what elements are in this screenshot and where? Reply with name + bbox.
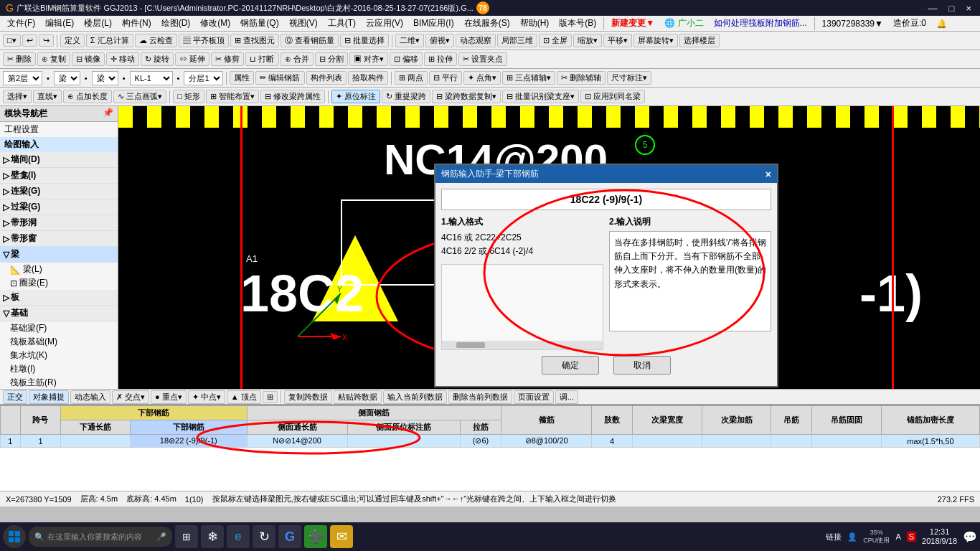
sidebar-pin[interactable]: 📌 (103, 108, 113, 120)
level-select[interactable]: 第2层 (3, 71, 42, 85)
btn-more-snap[interactable]: 调... (555, 390, 578, 404)
sidebar-cat-strip-hole[interactable]: ▷ 带形洞 (0, 215, 118, 231)
btn-intersection[interactable]: ✗ 交点▾ (112, 390, 149, 404)
dialog-ok-button[interactable]: 确定 (542, 356, 599, 375)
taskbar-task-view[interactable]: ⊞ (175, 525, 198, 548)
btn-move[interactable]: ✛ 移动 (106, 52, 139, 66)
menu-component[interactable]: 构件(N) (118, 16, 156, 31)
sidebar-item-sump[interactable]: 集水坑(K) (0, 349, 118, 362)
sidebar-item-raft[interactable]: 筏板基础(M) (0, 335, 118, 349)
menu-version[interactable]: 版本号(B) (555, 16, 600, 31)
btn-trim[interactable]: ✂ 修剪 (211, 52, 244, 66)
btn-rotate[interactable]: ↻ 旋转 (141, 52, 174, 66)
taskbar-icon-ie[interactable]: e (227, 525, 250, 548)
btn-vertex[interactable]: ▲ 顶点 (227, 390, 261, 404)
btn-local-3d[interactable]: 局部三维 (497, 34, 537, 47)
dialog-input-display[interactable]: 18C22 (-9)/9(-1) (441, 189, 771, 210)
taskbar-icon-mail[interactable]: ✉ (330, 525, 353, 548)
taskbar-person-icon[interactable]: 👤 (847, 532, 857, 542)
btn-pick-comp[interactable]: 拾取构件 (348, 71, 388, 85)
menu-draw[interactable]: 绘图(D) (157, 16, 195, 31)
taskbar-clock[interactable]: 12:31 2018/9/18 (922, 527, 957, 546)
btn-split[interactable]: ⊟ 分割 (315, 52, 348, 66)
btn-select-floor[interactable]: 选择楼层 (679, 34, 720, 47)
menu-price[interactable]: 造价豆:0 (889, 16, 930, 31)
btn-dynamic-view[interactable]: 动态观察 (456, 34, 496, 47)
taskbar-search[interactable]: 🔍 在这里输入你要搜索的内容 🎤 (29, 527, 172, 547)
sidebar-cat-connecting-beam[interactable]: ▷ 连梁(G) (0, 184, 118, 199)
sidebar-item-foundation-beam[interactable]: 基础梁(F) (0, 321, 118, 335)
sidebar-cat-over-beam[interactable]: ▷ 过梁(G) (0, 199, 118, 215)
btn-input-col-data[interactable]: 输入当前列数据 (383, 390, 447, 404)
table-row[interactable]: 1 1 18⊘22 (-9)/9(-1) N⊘⊘14@200 (⊘6) ⊘8@1… (1, 435, 980, 448)
comp-type-select[interactable]: 梁 (54, 71, 80, 85)
btn-del-col-data[interactable]: 删除当前列数据 (448, 390, 512, 404)
btn-paste-span-data[interactable]: 粘贴跨数据 (334, 390, 382, 404)
btn-pan[interactable]: 平移▾ (603, 34, 632, 47)
btn-copy-span-data2[interactable]: 复制跨数据 (284, 390, 332, 404)
btn-undo[interactable]: ↩ (22, 34, 37, 47)
btn-merge[interactable]: ⊕ 合并 (281, 52, 314, 66)
dialog-close-button[interactable]: × (765, 169, 771, 180)
btn-redo[interactable]: ↪ (39, 34, 54, 47)
btn-apply-same-name[interactable]: ⊡ 应用到同名梁 (580, 90, 645, 103)
menu-notify[interactable]: 🔔 (932, 17, 951, 30)
btn-align-top[interactable]: ▤ 平齐板顶 (179, 34, 229, 47)
menu-floor[interactable]: 楼层(L) (80, 16, 116, 31)
btn-align[interactable]: ▣ 对齐▾ (349, 52, 388, 66)
sidebar-item-ring-beam[interactable]: ⊡ 圈梁(E) (0, 276, 118, 290)
sidebar-cat-beam[interactable]: ▽ 梁 (0, 247, 118, 263)
element-select[interactable]: KL-1 (130, 71, 173, 85)
btn-dynamic-input[interactable]: 动态输入 (70, 390, 110, 404)
btn-copy-span-data[interactable]: ⊟ 梁跨数据复制▾ (432, 90, 501, 103)
taskbar-ime[interactable]: S (907, 532, 916, 542)
menu-bim[interactable]: BIM应用(I) (409, 16, 458, 31)
btn-rect[interactable]: □ 矩形 (173, 90, 204, 103)
btn-dim-note[interactable]: 尺寸标注▾ (607, 71, 651, 85)
sidebar-cat-strip-window[interactable]: ▷ 带形窗 (0, 231, 118, 247)
btn-snap-more[interactable]: ⊞ (263, 391, 278, 403)
menu-phone[interactable]: 13907298339▼ (818, 17, 887, 30)
btn-arc[interactable]: ∿ 三点画弧▾ (113, 90, 166, 103)
btn-extend[interactable]: ⇔ 延伸 (175, 52, 209, 66)
btn-set-grip[interactable]: ✂ 设置夹点 (458, 52, 507, 66)
sidebar-cat-niche[interactable]: ▷ 壁龛(I) (0, 168, 118, 184)
sidebar-item-raft-main-rebar[interactable]: 筏板主筋(R) (0, 376, 118, 389)
menu-modify[interactable]: 修改(M) (196, 16, 235, 31)
menu-new-change[interactable]: 新建变更▼ (607, 16, 659, 31)
btn-re-extract-span[interactable]: ↻ 重提梁跨 (382, 90, 430, 103)
menu-tools[interactable]: 工具(T) (324, 16, 360, 31)
menu-guangxiao[interactable]: 🌐 广小二 (660, 16, 707, 31)
dialog-cancel-button[interactable]: 取消 (613, 356, 671, 375)
dialog-scrollbar[interactable] (442, 341, 603, 349)
btn-select[interactable]: 选择▾ (3, 90, 32, 103)
sidebar-item-beam-L[interactable]: 📐 梁(L) (0, 263, 118, 276)
btn-summary[interactable]: Σ 汇总计算 (86, 34, 133, 47)
sidebar-cat-wall-opening[interactable]: ▷ 墙间(D) (0, 152, 118, 168)
sidebar-item-project-setup[interactable]: 工程设置 (0, 122, 118, 137)
sidebar-item-draw-input[interactable]: 绘图输入 (0, 137, 118, 152)
btn-offset[interactable]: ⊡ 偏移 (390, 52, 423, 66)
btn-screen-rotate[interactable]: 屏幕旋转▾ (633, 34, 678, 47)
maximize-button[interactable]: □ (946, 3, 958, 14)
btn-batch-select[interactable]: ⊟ 批量选择 (340, 34, 389, 47)
btn-define[interactable]: 定义 (60, 34, 85, 47)
menu-file[interactable]: 文件(F) (3, 16, 39, 31)
menu-help[interactable]: 帮助(H) (516, 16, 554, 31)
taskbar-icon-plus[interactable]: ➕ (304, 525, 327, 548)
btn-cloud-check[interactable]: ☁ 云检查 (135, 34, 177, 47)
menu-rebar-qty[interactable]: 钢筋量(Q) (236, 16, 283, 31)
btn-delete[interactable]: ✂ 删除 (3, 52, 36, 66)
menu-help-link[interactable]: 如何处理筏板附加钢筋... (710, 16, 811, 31)
comp-select[interactable]: 梁 (92, 71, 118, 85)
btn-parallel[interactable]: ⊟ 平行 (429, 71, 462, 85)
sidebar-item-col-pier[interactable]: 柱墩(I) (0, 362, 118, 376)
minimize-button[interactable]: — (925, 3, 941, 14)
btn-stretch[interactable]: ⊞ 拉伸 (424, 52, 457, 66)
btn-view-rebar[interactable]: Ⓠ 查看钢筋量 (281, 34, 339, 47)
btn-smart-layout[interactable]: ⊞ 智能布置▾ (206, 90, 259, 103)
btn-del-aux[interactable]: ✂ 删除辅轴 (557, 71, 606, 85)
sidebar-cat-foundation[interactable]: ▽ 基础 (0, 306, 118, 321)
btn-midpoint[interactable]: ● 重点▾ (151, 390, 187, 404)
menu-online[interactable]: 在线服务(S) (460, 16, 514, 31)
